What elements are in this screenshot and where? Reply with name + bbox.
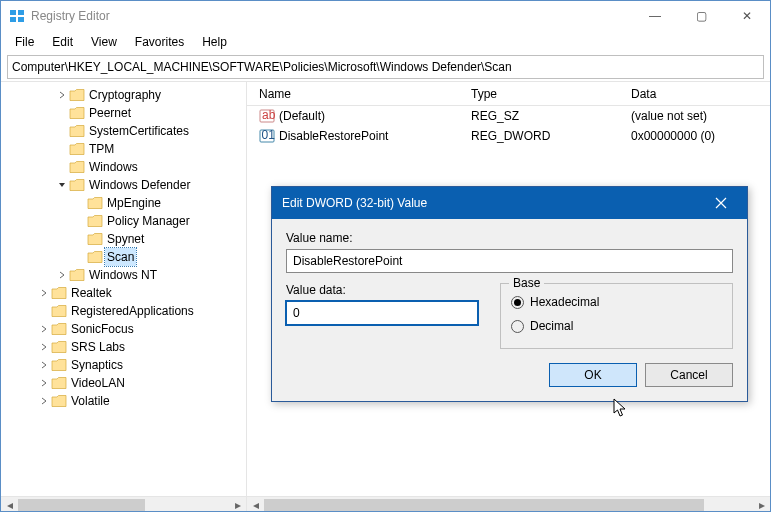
value-name-input[interactable] (286, 249, 733, 273)
window-title: Registry Editor (31, 9, 110, 23)
svg-rect-1 (18, 10, 24, 15)
tree-item[interactable]: Scan (1, 248, 246, 266)
tree-item[interactable]: SRS Labs (1, 338, 246, 356)
folder-icon (69, 160, 85, 174)
menu-edit[interactable]: Edit (44, 33, 81, 51)
folder-icon (51, 376, 67, 390)
svg-text:ab: ab (262, 108, 275, 122)
tree-item[interactable]: VideoLAN (1, 374, 246, 392)
tree-item[interactable]: Realtek (1, 284, 246, 302)
tree-item[interactable]: Windows (1, 158, 246, 176)
chevron-icon[interactable] (37, 397, 51, 405)
tree-item[interactable]: Volatile (1, 392, 246, 410)
chevron-icon[interactable] (55, 91, 69, 99)
value-type: REG_DWORD (465, 129, 625, 143)
menu-help[interactable]: Help (194, 33, 235, 51)
svg-rect-0 (10, 10, 16, 15)
radio-hexadecimal[interactable]: Hexadecimal (511, 290, 722, 314)
svg-text:011: 011 (262, 128, 276, 142)
folder-icon (51, 358, 67, 372)
tree-item[interactable]: Peernet (1, 104, 246, 122)
tree-item[interactable]: Windows NT (1, 266, 246, 284)
scroll-left-icon[interactable]: ◂ (247, 497, 264, 512)
folder-icon (51, 322, 67, 336)
close-button[interactable]: ✕ (724, 1, 770, 31)
chevron-icon[interactable] (37, 325, 51, 333)
base-fieldset: Base Hexadecimal Decimal (500, 283, 733, 349)
tree-item[interactable]: Spynet (1, 230, 246, 248)
scroll-right-icon[interactable]: ▸ (753, 497, 770, 512)
ok-button[interactable]: OK (549, 363, 637, 387)
tree-item-label: Volatile (69, 392, 112, 410)
folder-icon (51, 394, 67, 408)
value-data-input[interactable] (286, 301, 478, 325)
dialog-titlebar[interactable]: Edit DWORD (32-bit) Value (272, 187, 747, 219)
app-icon (9, 8, 25, 24)
address-bar[interactable]: Computer\HKEY_LOCAL_MACHINE\SOFTWARE\Pol… (7, 55, 764, 79)
folder-icon (51, 304, 67, 318)
folder-icon (87, 214, 103, 228)
menu-view[interactable]: View (83, 33, 125, 51)
chevron-icon[interactable] (55, 181, 69, 189)
chevron-icon[interactable] (37, 343, 51, 351)
col-name[interactable]: Name (253, 87, 465, 101)
folder-icon (87, 232, 103, 246)
tree-item-label: TPM (87, 140, 116, 158)
tree-item-label: Policy Manager (105, 212, 192, 230)
chevron-icon[interactable] (55, 271, 69, 279)
edit-dword-dialog: Edit DWORD (32-bit) Value Value name: Va… (271, 186, 748, 402)
menu-favorites[interactable]: Favorites (127, 33, 192, 51)
tree-item[interactable]: Policy Manager (1, 212, 246, 230)
value-data: 0x00000000 (0) (625, 129, 770, 143)
radio-icon (511, 296, 524, 309)
tree-item[interactable]: TPM (1, 140, 246, 158)
menu-file[interactable]: File (7, 33, 42, 51)
tree-item-label: SRS Labs (69, 338, 127, 356)
tree-item[interactable]: MpEngine (1, 194, 246, 212)
folder-icon (87, 250, 103, 264)
tree-item[interactable]: SonicFocus (1, 320, 246, 338)
scroll-right-icon[interactable]: ▸ (229, 497, 246, 512)
folder-icon (69, 88, 85, 102)
svg-rect-2 (10, 17, 16, 22)
menu-bar: File Edit View Favorites Help (1, 31, 770, 53)
tree-item-label: Windows NT (87, 266, 159, 284)
list-row[interactable]: 011DisableRestorePointREG_DWORD0x0000000… (247, 126, 770, 146)
list-h-scrollbar[interactable]: ◂ ▸ (247, 496, 770, 512)
tree-item-label: Cryptography (87, 86, 163, 104)
scroll-thumb[interactable] (264, 499, 704, 511)
tree-item[interactable]: Synaptics (1, 356, 246, 374)
list-row[interactable]: ab(Default)REG_SZ(value not set) (247, 106, 770, 126)
chevron-icon[interactable] (37, 361, 51, 369)
maximize-button[interactable]: ▢ (678, 1, 724, 31)
col-data[interactable]: Data (625, 87, 770, 101)
tree-item-label: Synaptics (69, 356, 125, 374)
tree-item-label: VideoLAN (69, 374, 127, 392)
svg-rect-3 (18, 17, 24, 22)
dialog-close-button[interactable] (705, 187, 737, 219)
tree-item[interactable]: Windows Defender (1, 176, 246, 194)
value-data: (value not set) (625, 109, 770, 123)
chevron-icon[interactable] (37, 289, 51, 297)
tree-item-label: Windows Defender (87, 176, 192, 194)
tree-item[interactable]: SystemCertificates (1, 122, 246, 140)
radio-decimal[interactable]: Decimal (511, 314, 722, 338)
tree-item[interactable]: RegisteredApplications (1, 302, 246, 320)
base-legend: Base (509, 276, 544, 290)
scroll-thumb[interactable] (18, 499, 145, 511)
titlebar: Registry Editor — ▢ ✕ (1, 1, 770, 31)
cancel-button[interactable]: Cancel (645, 363, 733, 387)
tree-item-label: Windows (87, 158, 140, 176)
list-header[interactable]: Name Type Data (247, 82, 770, 106)
folder-icon (69, 178, 85, 192)
tree-h-scrollbar[interactable]: ◂ ▸ (1, 496, 246, 512)
chevron-icon[interactable] (37, 379, 51, 387)
value-name: (Default) (279, 109, 325, 123)
tree-item[interactable]: Cryptography (1, 86, 246, 104)
reg-sz-icon: ab (259, 108, 275, 124)
tree-item-label: MpEngine (105, 194, 163, 212)
dialog-title: Edit DWORD (32-bit) Value (282, 196, 427, 210)
minimize-button[interactable]: — (632, 1, 678, 31)
col-type[interactable]: Type (465, 87, 625, 101)
scroll-left-icon[interactable]: ◂ (1, 497, 18, 512)
